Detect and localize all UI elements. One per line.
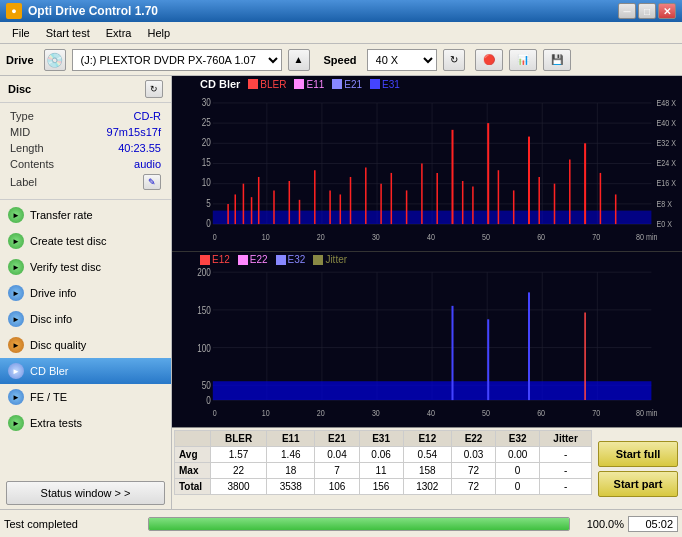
svg-text:E8 X: E8 X bbox=[657, 198, 673, 209]
mid-label: MID bbox=[10, 125, 77, 139]
svg-rect-70 bbox=[172, 252, 682, 427]
legend-e32-label: E32 bbox=[288, 254, 306, 265]
minimize-button[interactable]: ─ bbox=[618, 3, 636, 19]
stats-max-bler: 22 bbox=[211, 463, 267, 479]
time-display: 05:02 bbox=[628, 516, 678, 532]
nav-icon-extra-tests: ► bbox=[8, 415, 24, 431]
options-button-1[interactable]: 🔴 bbox=[475, 49, 503, 71]
stats-total-e21: 106 bbox=[315, 479, 359, 495]
stats-avg-e22: 0.03 bbox=[452, 447, 496, 463]
svg-text:80 min: 80 min bbox=[636, 407, 658, 418]
svg-text:30: 30 bbox=[372, 407, 380, 418]
sidebar-item-transfer-rate[interactable]: ► Transfer rate bbox=[0, 202, 171, 228]
stats-total-e11: 3538 bbox=[267, 479, 315, 495]
disc-label-label: Label bbox=[10, 173, 77, 191]
save-button[interactable]: 💾 bbox=[543, 49, 571, 71]
sidebar-item-drive-info[interactable]: ► Drive info bbox=[0, 280, 171, 306]
svg-text:70: 70 bbox=[592, 407, 600, 418]
eject-button[interactable]: ▲ bbox=[288, 49, 310, 71]
start-full-button[interactable]: Start full bbox=[598, 441, 678, 467]
drive-label: Drive bbox=[6, 54, 34, 66]
svg-text:150: 150 bbox=[197, 304, 211, 316]
nav-label-create-test-disc: Create test disc bbox=[30, 235, 106, 247]
stats-avg-bler: 1.57 bbox=[211, 447, 267, 463]
legend-e12-color bbox=[200, 255, 210, 265]
nav-label-disc-quality: Disc quality bbox=[30, 339, 86, 351]
disc-type-row: Type CD-R bbox=[10, 109, 161, 123]
stats-total-label: Total bbox=[175, 479, 211, 495]
nav-label-verify-test-disc: Verify test disc bbox=[30, 261, 101, 273]
stats-col-empty bbox=[175, 431, 211, 447]
status-window-button[interactable]: Status window > > bbox=[6, 481, 165, 505]
stats-panel: BLER E11 E21 E31 E12 E22 E32 Jitter Avg bbox=[172, 427, 682, 509]
svg-text:20: 20 bbox=[317, 231, 325, 242]
maximize-button[interactable]: □ bbox=[638, 3, 656, 19]
stats-avg-e21: 0.04 bbox=[315, 447, 359, 463]
svg-text:60: 60 bbox=[537, 407, 545, 418]
menu-help[interactable]: Help bbox=[139, 25, 178, 41]
svg-text:50: 50 bbox=[482, 231, 490, 242]
sidebar-item-disc-quality[interactable]: ► Disc quality bbox=[0, 332, 171, 358]
sidebar-item-fe-te[interactable]: ► FE / TE bbox=[0, 384, 171, 410]
sidebar-item-disc-info[interactable]: ► Disc info bbox=[0, 306, 171, 332]
legend-e22: E22 bbox=[238, 254, 268, 265]
refresh-speed-button[interactable]: ↻ bbox=[443, 49, 465, 71]
stats-max-e31: 11 bbox=[359, 463, 403, 479]
sidebar-item-cd-bler[interactable]: ► CD Bler bbox=[0, 358, 171, 384]
disc-info-panel: Type CD-R MID 97m15s17f Length 40:23.55 … bbox=[0, 103, 171, 197]
stats-max-jitter: - bbox=[540, 463, 592, 479]
legend-jitter: Jitter bbox=[313, 254, 347, 265]
sidebar-item-verify-test-disc[interactable]: ► Verify test disc bbox=[0, 254, 171, 280]
drive-select[interactable]: (J:) PLEXTOR DVDR PX-760A 1.07 bbox=[72, 49, 282, 71]
stats-max-e12: 158 bbox=[403, 463, 451, 479]
contents-label: Contents bbox=[10, 157, 77, 171]
nav-icon-verify-test-disc: ► bbox=[8, 259, 24, 275]
disc-title: Disc bbox=[8, 83, 31, 95]
disc-refresh-button[interactable]: ↻ bbox=[145, 80, 163, 98]
menu-start-test[interactable]: Start test bbox=[38, 25, 98, 41]
titlebar-buttons: ─ □ ✕ bbox=[618, 3, 676, 19]
svg-text:40: 40 bbox=[427, 407, 435, 418]
options-button-2[interactable]: 📊 bbox=[509, 49, 537, 71]
sidebar-nav: ► Transfer rate ► Create test disc ► Ver… bbox=[0, 202, 171, 477]
legend-e21: E21 bbox=[332, 79, 362, 90]
menu-extra[interactable]: Extra bbox=[98, 25, 140, 41]
svg-text:E48 X: E48 X bbox=[657, 97, 677, 108]
legend-e12: E12 bbox=[200, 254, 230, 265]
label-edit-button[interactable]: ✎ bbox=[143, 174, 161, 190]
length-label: Length bbox=[10, 141, 77, 155]
nav-label-transfer-rate: Transfer rate bbox=[30, 209, 93, 221]
nav-icon-cd-bler: ► bbox=[8, 363, 24, 379]
svg-text:50: 50 bbox=[482, 407, 490, 418]
legend-jitter-color bbox=[313, 255, 323, 265]
stats-total-bler: 3800 bbox=[211, 479, 267, 495]
svg-text:E24 X: E24 X bbox=[657, 157, 677, 168]
speed-select[interactable]: 40 X bbox=[367, 49, 437, 71]
menu-file[interactable]: File bbox=[4, 25, 38, 41]
legend-e32-color bbox=[276, 255, 286, 265]
disc-label-row: Label ✎ bbox=[10, 173, 161, 191]
svg-text:70: 70 bbox=[592, 231, 600, 242]
svg-text:10: 10 bbox=[262, 231, 270, 242]
svg-text:E16 X: E16 X bbox=[657, 177, 677, 188]
svg-text:15: 15 bbox=[202, 156, 211, 168]
status-text: Test completed bbox=[4, 518, 144, 530]
sidebar-item-extra-tests[interactable]: ► Extra tests bbox=[0, 410, 171, 436]
stats-col-e31: E31 bbox=[359, 431, 403, 447]
nav-icon-disc-quality: ► bbox=[8, 337, 24, 353]
svg-text:60: 60 bbox=[537, 231, 545, 242]
svg-text:50: 50 bbox=[202, 379, 211, 391]
stats-total-jitter: - bbox=[540, 479, 592, 495]
svg-text:0: 0 bbox=[213, 231, 217, 242]
stats-max-e32: 0 bbox=[496, 463, 540, 479]
legend-e21-color bbox=[332, 79, 342, 89]
svg-text:20: 20 bbox=[317, 407, 325, 418]
menubar: File Start test Extra Help bbox=[0, 22, 682, 44]
nav-label-disc-info: Disc info bbox=[30, 313, 72, 325]
sidebar-item-create-test-disc[interactable]: ► Create test disc bbox=[0, 228, 171, 254]
legend-e11: E11 bbox=[294, 79, 324, 90]
svg-text:200: 200 bbox=[197, 266, 211, 278]
title-text: Opti Drive Control 1.70 bbox=[28, 4, 618, 18]
close-button[interactable]: ✕ bbox=[658, 3, 676, 19]
start-part-button[interactable]: Start part bbox=[598, 471, 678, 497]
